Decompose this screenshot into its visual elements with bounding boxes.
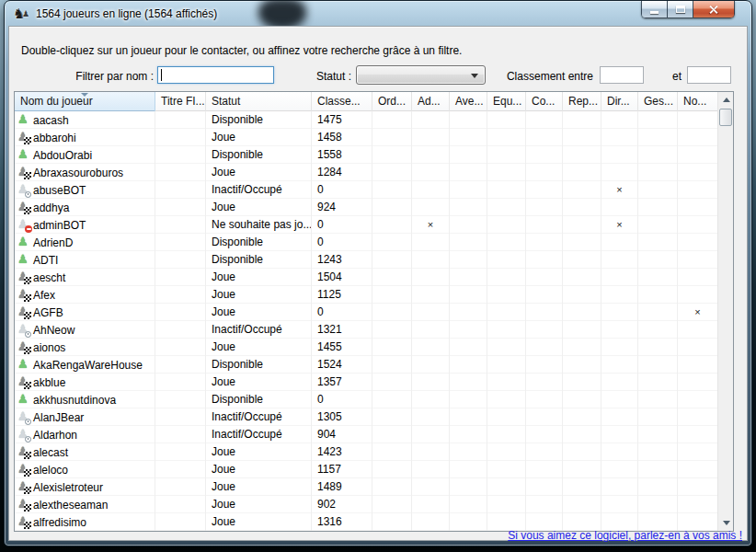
cell-rep bbox=[563, 356, 601, 374]
table-row[interactable]: ♟abbarohiJoue1458 bbox=[15, 129, 717, 146]
sort-arrow-icon bbox=[81, 93, 88, 97]
table-row[interactable]: ♟akblueJoue1357 bbox=[15, 374, 717, 391]
cell-status: Inactif/Occupé bbox=[206, 408, 312, 426]
cell-ord bbox=[372, 496, 412, 513]
table-row[interactable]: ♟AkaRengaWareHouseDisponible1524 bbox=[15, 356, 717, 374]
table-row[interactable]: ♟AldarhonInactif/Occupé904 bbox=[15, 426, 717, 443]
window-controls bbox=[641, 1, 735, 18]
cell-name: ♟AGFB bbox=[15, 304, 155, 321]
column-header-rating[interactable]: Classe... bbox=[312, 92, 372, 111]
cell-ave bbox=[450, 426, 487, 443]
cell-no bbox=[678, 269, 717, 286]
instruction-text: Double-cliquez sur un joueur pour le con… bbox=[21, 44, 462, 57]
share-link[interactable]: Si vous aimez ce logiciel, parlez-en à v… bbox=[508, 529, 742, 542]
cell-ges bbox=[638, 426, 678, 443]
rating-max-input[interactable] bbox=[687, 66, 731, 84]
close-button[interactable] bbox=[693, 1, 735, 18]
cell-status: Inactif/Occupé bbox=[206, 426, 312, 443]
column-header-co[interactable]: Co... bbox=[526, 92, 563, 111]
cell-ord bbox=[372, 111, 412, 129]
table-row[interactable]: ♟aionosJoue1455 bbox=[15, 339, 717, 356]
cell-name: ♟AhNeow bbox=[15, 321, 155, 339]
table-row[interactable]: ♟adminBOTNe souhaite pas jo...0×× bbox=[15, 216, 717, 234]
cell-ad bbox=[412, 111, 450, 129]
cell-ord bbox=[372, 269, 412, 286]
table-row[interactable]: ♟AlexisletroteurJoue1489 bbox=[15, 478, 717, 496]
rating-min-input[interactable] bbox=[600, 66, 644, 84]
column-header-status[interactable]: Statut bbox=[206, 92, 312, 111]
cell-rating: 1458 bbox=[312, 129, 372, 146]
column-header-ges[interactable]: Ges... bbox=[638, 92, 678, 111]
scroll-up-button[interactable] bbox=[718, 92, 734, 108]
cell-equ bbox=[487, 286, 526, 304]
cell-ave bbox=[450, 321, 487, 339]
cell-name: ♟adminBOT bbox=[15, 216, 155, 234]
cell-ad bbox=[412, 199, 450, 216]
cell-ord bbox=[372, 426, 412, 443]
titlebar[interactable]: ♞♟ 1564 joueurs en ligne (1564 affichés) bbox=[5, 1, 751, 26]
cell-dir bbox=[601, 374, 638, 391]
table-row[interactable]: ♟addhyaJoue924 bbox=[15, 199, 717, 216]
cell-ad bbox=[412, 234, 450, 251]
column-header-name[interactable]: Nom du joueur bbox=[15, 92, 155, 111]
cell-rating: 0 bbox=[312, 216, 372, 234]
table-row[interactable]: ♟AGFBJoue0× bbox=[15, 304, 717, 321]
table-row[interactable]: ♟AbdouOrabiDisponible1558 bbox=[15, 146, 717, 164]
column-header-ave[interactable]: Ave... bbox=[450, 92, 487, 111]
table-row[interactable]: ♟ADTIDisponible1243 bbox=[15, 251, 717, 269]
cell-co bbox=[526, 443, 563, 461]
table-row[interactable]: ♟alecastJoue1423 bbox=[15, 443, 717, 461]
cell-dir bbox=[601, 146, 638, 164]
table-row[interactable]: ♟AdrienDDisponible0 bbox=[15, 234, 717, 251]
cell-status: Joue bbox=[206, 304, 312, 321]
vertical-scrollbar[interactable] bbox=[717, 92, 733, 531]
cell-title bbox=[155, 216, 206, 234]
cell-rep bbox=[563, 443, 601, 461]
table-row[interactable]: ♟AhNeowInactif/Occupé1321 bbox=[15, 321, 717, 339]
column-header-equ[interactable]: Equ... bbox=[487, 92, 526, 111]
column-header-title[interactable]: Titre FI... bbox=[155, 92, 206, 111]
table-row[interactable]: ♟AlanJBearInactif/Occupé1305 bbox=[15, 408, 717, 426]
cell-ad bbox=[412, 304, 450, 321]
pawn-playing-icon: ♟ bbox=[17, 270, 30, 285]
column-header-dir[interactable]: Dir... bbox=[601, 92, 638, 111]
cell-no bbox=[678, 146, 717, 164]
cell-title bbox=[155, 461, 206, 478]
table-row[interactable]: ♟AbraxasouroburosJoue1284 bbox=[15, 164, 717, 181]
column-header-ord[interactable]: Ord... bbox=[372, 92, 412, 111]
cell-equ bbox=[487, 391, 526, 408]
cell-co bbox=[526, 129, 563, 146]
table-row[interactable]: ♟abuseBOTInactif/Occupé0× bbox=[15, 181, 717, 199]
player-name: Abraxasouroburos bbox=[33, 165, 123, 181]
cell-ord bbox=[372, 374, 412, 391]
cell-name: ♟alecast bbox=[15, 443, 155, 461]
table-row[interactable]: ♟alextheseamanJoue902 bbox=[15, 496, 717, 513]
column-header-rep[interactable]: Rep... bbox=[563, 92, 601, 111]
table-row[interactable]: ♟aeschtJoue1504 bbox=[15, 269, 717, 286]
cell-equ bbox=[487, 164, 526, 181]
cell-dir bbox=[601, 286, 638, 304]
pawn-available-icon: ♟ bbox=[17, 253, 30, 268]
cell-title bbox=[155, 181, 206, 199]
pawn-inactive-icon: ♟ bbox=[17, 428, 30, 443]
cell-rep bbox=[563, 129, 601, 146]
player-name: aionos bbox=[33, 339, 65, 356]
table-row[interactable]: ♟alelocoJoue1157 bbox=[15, 461, 717, 478]
cell-equ bbox=[487, 461, 526, 478]
filter-name-input[interactable] bbox=[157, 66, 274, 84]
minimize-button[interactable] bbox=[641, 1, 668, 18]
scrollbar-thumb[interactable] bbox=[719, 109, 732, 126]
cell-co bbox=[526, 356, 563, 374]
cell-rating: 0 bbox=[312, 304, 372, 321]
cell-ave bbox=[450, 269, 487, 286]
table-row[interactable]: ♟akkhusnutdinovaDisponible0 bbox=[15, 391, 717, 408]
column-header-no[interactable]: No... bbox=[678, 92, 718, 111]
table-row[interactable]: ♟AfexJoue1125 bbox=[15, 286, 717, 304]
cell-rep bbox=[563, 426, 601, 443]
column-header-ad[interactable]: Ad... bbox=[412, 92, 450, 111]
maximize-button[interactable] bbox=[668, 1, 693, 18]
cell-equ bbox=[487, 199, 526, 216]
cell-ges bbox=[638, 216, 678, 234]
table-row[interactable]: ♟aacashDisponible1475 bbox=[15, 111, 717, 129]
cell-ord bbox=[372, 478, 412, 496]
